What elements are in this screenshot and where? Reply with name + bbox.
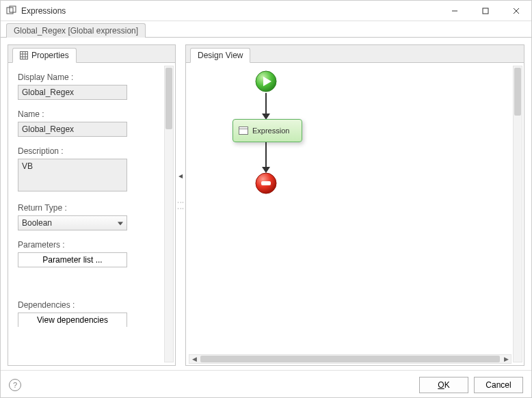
ok-button[interactable]: OK — [419, 377, 468, 393]
tab-label: Properties — [31, 51, 69, 60]
tab-label: Design View — [198, 51, 243, 60]
help-icon[interactable]: ? — [9, 379, 21, 391]
name-input[interactable] — [18, 122, 127, 137]
app-icon — [6, 5, 17, 16]
properties-panel-header: Properties — [8, 45, 175, 63]
svg-rect-3 — [483, 8, 488, 14]
chevron-left-icon[interactable]: ◀ — [189, 355, 199, 363]
end-node[interactable] — [254, 172, 278, 195]
expression-node-label: Expression — [252, 127, 289, 135]
grid-icon — [20, 51, 28, 59]
titlebar: Expressions — [1, 1, 531, 21]
connector-arrow — [265, 93, 267, 115]
svg-rect-6 — [21, 52, 28, 59]
close-button[interactable] — [501, 1, 531, 21]
parameters-label: Parameters : — [18, 240, 160, 250]
tab-global-regex[interactable]: Global_Regex [Global expression] — [6, 23, 146, 38]
cancel-button[interactable]: Cancel — [474, 377, 523, 393]
properties-scrollbar[interactable] — [164, 66, 174, 362]
description-label: Description : — [18, 146, 160, 156]
main-area: Properties Display Name : Name : Descrip… — [1, 38, 531, 370]
parameter-list-button[interactable]: Parameter list ... — [18, 252, 127, 267]
window-controls — [439, 1, 531, 21]
name-label: Name : — [18, 109, 160, 119]
ok-rest: K — [444, 380, 450, 390]
design-panel-header: Design View — [186, 45, 524, 63]
minimize-button[interactable] — [439, 1, 470, 21]
design-view-panel: Design View — [185, 44, 524, 366]
return-type-select[interactable]: Boolean — [18, 215, 127, 230]
design-canvas[interactable]: Expression — [190, 66, 510, 351]
expression-tabs: Global_Regex [Global expression] — [1, 21, 531, 38]
button-label: Cancel — [486, 380, 511, 390]
panel-splitter[interactable]: ◀ — [178, 44, 183, 366]
canvas-vscrollbar[interactable] — [513, 66, 522, 362]
svg-rect-14 — [261, 181, 271, 185]
description-input[interactable]: VB — [18, 159, 127, 191]
display-name-input[interactable] — [18, 85, 127, 100]
properties-panel: Properties Display Name : Name : Descrip… — [8, 44, 176, 366]
expression-icon — [239, 127, 248, 135]
scrollbar-thumb[interactable] — [200, 356, 500, 362]
properties-body: Display Name : Name : Description : VB R… — [8, 63, 175, 365]
button-label: View dependencies — [37, 315, 108, 325]
canvas-hscrollbar[interactable]: ◀ ▶ — [189, 354, 511, 364]
tab-label: Global_Regex [Global expression] — [14, 26, 138, 36]
scrollbar-thumb[interactable] — [165, 68, 172, 129]
chevron-left-icon: ◀ — [178, 173, 183, 179]
return-type-value: Boolean — [22, 218, 52, 228]
start-node[interactable] — [254, 70, 278, 93]
dependencies-label: Dependencies : — [18, 300, 160, 310]
scrollbar-thumb[interactable] — [514, 68, 521, 116]
expression-node[interactable]: Expression — [232, 119, 302, 142]
tab-properties[interactable]: Properties — [12, 48, 77, 63]
dialog-footer: ? OK Cancel — [1, 370, 531, 398]
button-label: Parameter list ... — [42, 255, 102, 265]
window-title: Expressions — [21, 6, 439, 16]
chevron-right-icon[interactable]: ▶ — [501, 355, 511, 363]
connector-arrow — [265, 142, 267, 168]
view-dependencies-button[interactable]: View dependencies — [18, 313, 127, 327]
design-canvas-wrap: Expression — [186, 63, 524, 365]
tab-design-view[interactable]: Design View — [190, 48, 250, 63]
splitter-grip-icon — [180, 199, 182, 211]
maximize-button[interactable] — [470, 1, 501, 21]
display-name-label: Display Name : — [18, 72, 160, 82]
return-type-label: Return Type : — [18, 203, 160, 213]
